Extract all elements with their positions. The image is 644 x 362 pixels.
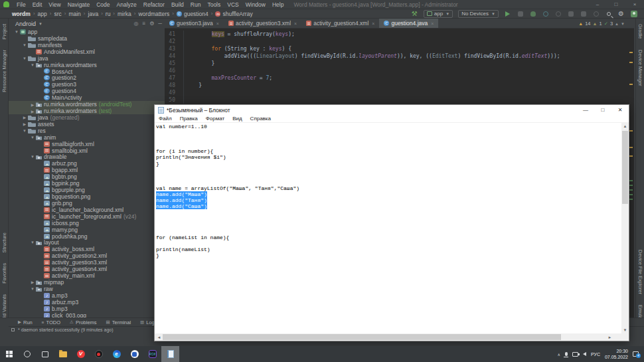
tree-item-ru.mirka.wordmatters[interactable]: ▶ru.mirka.wordmatters(test) (9, 108, 165, 114)
tree-item-BossAct[interactable]: BossAct (9, 68, 165, 75)
chevron-icon[interactable]: ▼ (30, 155, 35, 159)
device-mirror-icon[interactable] (592, 10, 600, 17)
tree-item-guestion3[interactable]: guestion3 (9, 81, 165, 88)
tree-item-mamy.png[interactable]: mamy.png (9, 226, 165, 233)
close-tab-icon[interactable]: × (294, 21, 297, 26)
breadcrumb-app[interactable]: app (38, 11, 47, 17)
next-issue-icon[interactable]: ▼ (621, 22, 625, 26)
notepad-vertical-scrollbar[interactable]: ▲ ▼ (621, 123, 629, 333)
breadcrumb-wordmatters[interactable]: wordmatters (138, 11, 169, 17)
tool-window-todo[interactable]: ≡TODO (42, 319, 60, 325)
tool-window-problems[interactable]: ⚠Problems (70, 319, 97, 325)
apply-changes-icon[interactable] (517, 10, 524, 17)
tree-item-assets[interactable]: ▶assets (9, 121, 165, 128)
search-icon[interactable] (605, 10, 612, 17)
horizontal-scroll-thumb[interactable] (163, 334, 561, 340)
chevron-icon[interactable]: ▼ (30, 63, 35, 67)
tree-item-raw[interactable]: ▼raw (9, 286, 165, 292)
tree-item-bgpurple.png[interactable]: bgpurple.png (9, 187, 165, 193)
notepad-titlebar[interactable]: *Безымянный – Блокнот —□✕ (155, 105, 629, 115)
breadcrumb-main[interactable]: main (68, 11, 80, 17)
debug-icon[interactable] (529, 10, 536, 17)
taskbar-app-explorer[interactable] (54, 346, 72, 362)
tree-item-smallbigforth.xml[interactable]: smallbigforth.xml (9, 141, 165, 147)
breadcrumb-wordm[interactable]: wordm (12, 11, 31, 17)
run-config-dropdown[interactable]: app▼ (424, 10, 453, 18)
tool-button-project[interactable]: Project (1, 19, 7, 45)
tree-item-sampledata[interactable]: sampledata (9, 35, 165, 42)
taskbar-app-recorder[interactable] (90, 346, 108, 362)
tool-window-run[interactable]: ▶Run (18, 319, 33, 325)
inspection-widget[interactable]: ▲14 ▲1 ✓3 ▲ ▼ (578, 21, 625, 27)
breadcrumb-java[interactable]: java (88, 11, 99, 17)
menu-analyze[interactable]: Analyze (114, 1, 140, 8)
tree-item-icboss.png[interactable]: icboss.png (9, 220, 165, 226)
tree-item-smalltobig.xml[interactable]: smalltobig.xml (9, 147, 165, 154)
minimize-icon[interactable]: — (577, 105, 594, 115)
volume-icon[interactable] (583, 352, 586, 356)
run-button[interactable] (504, 10, 511, 17)
breadcrumb-guestion4[interactable]: Cguestion4 (177, 11, 208, 17)
scroll-up-icon[interactable]: ▲ (621, 123, 629, 130)
taskbar-app-vivaldi[interactable]: V (72, 346, 90, 362)
menu-view[interactable]: View (45, 1, 64, 8)
tree-item-ru.mirka.wordmatters[interactable]: ▼ru.mirka.wordmatters (9, 62, 165, 68)
tree-item-java[interactable]: ▼java (9, 55, 165, 62)
tree-item-guestion4[interactable]: guestion4 (9, 88, 165, 94)
taskbar-app-edge[interactable]: e (108, 346, 125, 362)
tree-item-manifests[interactable]: ▼manifests (9, 42, 165, 48)
tree-item-arbuz.mp3[interactable]: arbuz.mp3 (9, 299, 165, 306)
tree-item-arbuz.png[interactable]: arbuz.png (9, 160, 165, 167)
chevron-icon[interactable]: ▼ (22, 129, 27, 133)
notepad-horizontal-scrollbar[interactable]: ◄ ► (155, 333, 621, 341)
close-icon[interactable]: ✕ (611, 105, 629, 115)
coverage-icon[interactable] (554, 10, 562, 17)
notepad-menu-Вид[interactable]: Вид (228, 116, 246, 122)
tree-item-activity_main.xml[interactable]: activity_main.xml (9, 272, 165, 279)
chevron-icon[interactable]: ▼ (30, 240, 35, 244)
tool-button-favorites[interactable]: Favorites (1, 258, 7, 289)
tree-item-AndroidManifest.xml[interactable]: AndroidManifest.xml (9, 48, 165, 55)
stop-icon[interactable] (567, 10, 574, 17)
taskbar-clock[interactable]: 20:30 07.05.2022 (605, 348, 628, 361)
breadcrumb-shuffleArray[interactable]: mshuffleArray (215, 11, 252, 17)
tab-activity_guestion3.xml[interactable]: activity_guestion3.xml× (224, 19, 301, 28)
action-center-icon[interactable]: 4 (633, 351, 639, 357)
tree-item-a.mp3[interactable]: a.mp3 (9, 292, 165, 299)
chevron-icon[interactable]: ▶ (22, 115, 27, 120)
tree-item-podushka.png[interactable]: podushka.png (9, 233, 165, 240)
close-tab-icon[interactable]: × (372, 21, 374, 26)
hide-panel-icon[interactable]: ─ (158, 21, 162, 27)
error-stripe[interactable] (629, 31, 633, 317)
profiler-icon[interactable] (542, 10, 549, 17)
breadcrumb-src[interactable]: src (54, 11, 61, 17)
tree-item-bgapp.xml[interactable]: bgapp.xml (9, 167, 165, 173)
tree-item-anim[interactable]: ▼anim (9, 134, 165, 141)
breadcrumb-mirka[interactable]: mirka (118, 11, 131, 17)
menu-tools[interactable]: Tools (204, 1, 224, 8)
breadcrumb-ru[interactable]: ru (106, 11, 111, 17)
tree-item-bgquestion.png[interactable]: bgquestion.png (9, 193, 165, 200)
chevron-icon[interactable]: ▼ (22, 43, 27, 47)
maximize-icon[interactable]: □ (607, 0, 625, 9)
tool-button-device-manager[interactable]: Device Manager (637, 45, 643, 92)
notepad-menu-Файл[interactable]: Файл (155, 116, 176, 122)
tree-item-bgpink.png[interactable]: bgpink.png (9, 180, 165, 187)
tool-button-device-file-explorer[interactable]: Device File Explorer (637, 244, 643, 300)
microphone-icon[interactable] (565, 352, 568, 356)
notepad-menu-Правка[interactable]: Правка (176, 116, 202, 122)
build-hammer-icon[interactable]: ⚒ (411, 10, 418, 17)
taskbar-app-start[interactable] (0, 346, 18, 362)
menu-navigate[interactable]: Navigate (64, 1, 94, 8)
menu-vcs[interactable]: VCS (224, 1, 242, 8)
language-indicator[interactable]: РУС (591, 352, 600, 357)
menu-file[interactable]: File (13, 1, 29, 8)
notepad-menu-Формат[interactable]: Формат (202, 116, 228, 122)
tool-button-structure[interactable]: Structure (1, 227, 7, 258)
scroll-down-icon[interactable]: ▼ (621, 327, 629, 333)
taskbar-app-task-view[interactable] (36, 346, 54, 362)
tree-item-ru.mirka.wordmatters[interactable]: ▶ru.mirka.wordmatters(androidTest) (9, 101, 165, 108)
tree-item-ic_launcher_background.xml[interactable]: ic_launcher_background.xml (9, 207, 165, 213)
maximize-icon[interactable]: □ (594, 105, 611, 115)
tree-item-activity_guestion4.xml[interactable]: activity_guestion4.xml (9, 266, 165, 272)
